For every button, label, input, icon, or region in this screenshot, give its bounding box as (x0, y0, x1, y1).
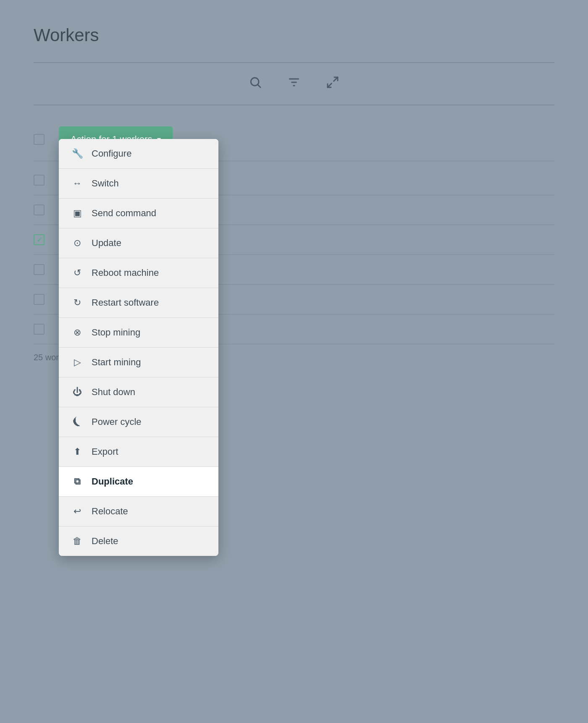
dropdown-item-shut-down[interactable]: ⏻Shut down (59, 377, 218, 407)
dropdown-item-start-mining[interactable]: ▷Start mining (59, 348, 218, 377)
toolbar (34, 62, 554, 105)
row-checkbox-cell-3 (34, 264, 50, 275)
stop-mining-icon: ⊗ (71, 327, 83, 338)
send-command-label: Send command (92, 208, 156, 219)
reboot-machine-icon: ↺ (71, 267, 83, 278)
dropdown-item-export[interactable]: ⬆Export (59, 437, 218, 467)
row-checkbox-4[interactable] (34, 294, 45, 305)
dropdown-item-configure[interactable]: 🔧Configure (59, 139, 218, 169)
shut-down-icon: ⏻ (71, 387, 83, 398)
dropdown-container: 🔧Configure↔Switch▣Send command⊙Update↺Re… (59, 139, 218, 556)
relocate-label: Relocate (92, 506, 128, 517)
duplicate-label: Duplicate (92, 476, 133, 487)
row-checkbox-cell-5 (34, 324, 50, 335)
dropdown-menu: 🔧Configure↔Switch▣Send command⊙Update↺Re… (59, 139, 218, 556)
row-checkbox-1[interactable] (34, 204, 45, 215)
restart-software-label: Restart software (92, 297, 159, 308)
duplicate-icon: ⧉ (71, 476, 83, 487)
dropdown-item-duplicate[interactable]: ⧉Duplicate (59, 467, 218, 497)
update-icon: ⊙ (71, 238, 83, 249)
configure-label: Configure (92, 148, 131, 159)
page-wrapper: Workers Action for 1 workers (0, 0, 588, 723)
dropdown-item-update[interactable]: ⊙Update (59, 228, 218, 258)
footer-text: 25 wor (34, 353, 59, 362)
start-mining-label: Start mining (92, 357, 141, 368)
delete-icon: 🗑 (71, 536, 83, 547)
reboot-machine-label: Reboot machine (92, 267, 159, 278)
table-area: Action for 1 workers ▾ 🔧Configure↔Switch… (34, 118, 554, 371)
dropdown-item-send-command[interactable]: ▣Send command (59, 199, 218, 228)
dropdown-item-reboot-machine[interactable]: ↺Reboot machine (59, 258, 218, 288)
configure-icon: 🔧 (71, 148, 83, 159)
header-checkbox-cell (34, 134, 50, 145)
power-cycle-icon: ⏾ (71, 417, 83, 427)
dropdown-item-switch[interactable]: ↔Switch (59, 169, 218, 199)
power-cycle-label: Power cycle (92, 417, 142, 427)
search-icon[interactable] (249, 76, 262, 92)
update-label: Update (92, 238, 121, 249)
restart-software-icon: ↻ (71, 297, 83, 308)
switch-icon: ↔ (71, 178, 83, 189)
row-checkbox-cell-1 (34, 204, 50, 215)
expand-icon[interactable] (326, 76, 339, 92)
dropdown-item-relocate[interactable]: ↩Relocate (59, 497, 218, 527)
row-checkbox-2[interactable] (34, 234, 45, 245)
select-all-checkbox[interactable] (34, 134, 45, 145)
start-mining-icon: ▷ (71, 357, 83, 368)
dropdown-item-power-cycle[interactable]: ⏾Power cycle (59, 407, 218, 437)
dropdown-item-restart-software[interactable]: ↻Restart software (59, 288, 218, 318)
export-label: Export (92, 446, 118, 457)
dropdown-item-stop-mining[interactable]: ⊗Stop mining (59, 318, 218, 348)
switch-label: Switch (92, 178, 119, 189)
send-command-icon: ▣ (71, 208, 83, 219)
dropdown-item-delete[interactable]: 🗑Delete (59, 527, 218, 556)
row-checkbox-cell-4 (34, 294, 50, 305)
stop-mining-label: Stop mining (92, 327, 140, 338)
row-checkbox-5[interactable] (34, 324, 45, 335)
shut-down-label: Shut down (92, 387, 135, 398)
row-checkbox-cell-2 (34, 234, 50, 245)
page-title: Workers (34, 25, 554, 45)
relocate-icon: ↩ (71, 506, 83, 517)
row-checkbox-cell-0 (34, 175, 50, 186)
delete-label: Delete (92, 536, 118, 547)
svg-line-1 (258, 85, 260, 87)
row-checkbox-3[interactable] (34, 264, 45, 275)
filter-icon[interactable] (287, 76, 301, 92)
row-checkbox-0[interactable] (34, 175, 45, 186)
export-icon: ⬆ (71, 446, 83, 457)
